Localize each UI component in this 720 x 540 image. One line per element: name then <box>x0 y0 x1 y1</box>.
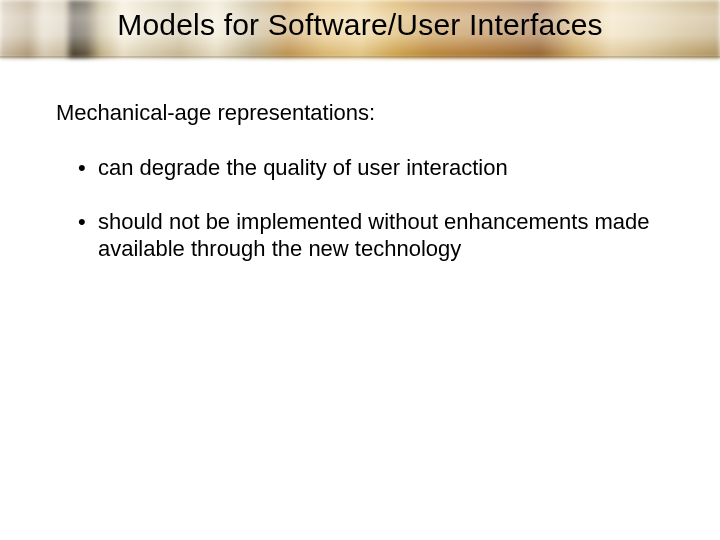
list-item: can degrade the quality of user interact… <box>78 154 664 182</box>
slide-body: Mechanical-age representations: can degr… <box>56 100 664 289</box>
slide-title: Models for Software/User Interfaces <box>0 8 720 42</box>
subheading: Mechanical-age representations: <box>56 100 664 126</box>
list-item: should not be implemented without enhanc… <box>78 208 664 263</box>
bullet-list: can degrade the quality of user interact… <box>56 154 664 263</box>
title-banner-shadow <box>0 56 720 60</box>
